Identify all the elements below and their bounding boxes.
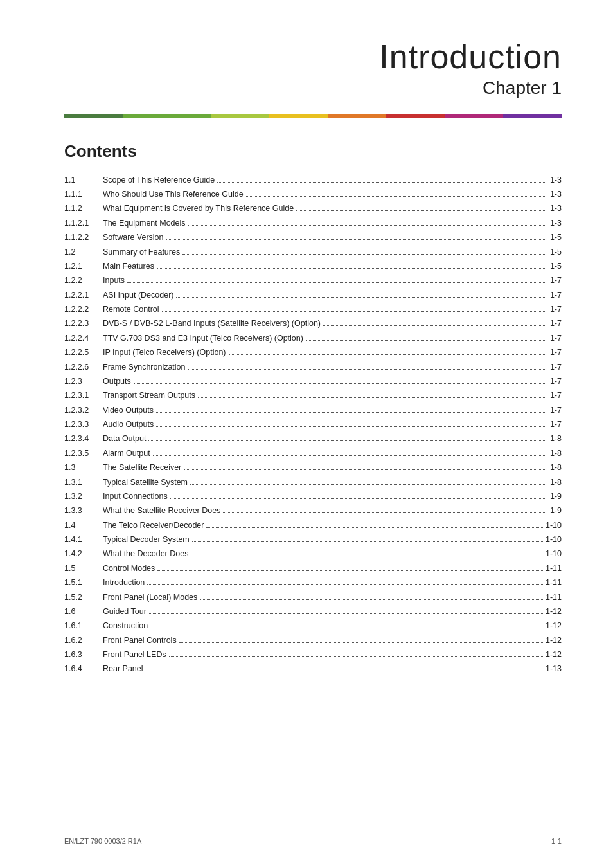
toc-number: 1.1.2.1 [64,216,103,230]
toc-row: 1.3.3What the Satellite Receiver Does1-9 [64,504,562,518]
toc-title-text: ASI Input (Decoder) [103,289,173,302]
toc-entry: Inputs1-7 [103,274,562,288]
toc-page: 1-11 [546,563,562,575]
toc-number: 1.3.3 [64,504,103,518]
toc-dots [147,584,543,585]
toc-entry: Outputs1-7 [103,374,562,388]
toc-page: 1-7 [550,332,562,345]
toc-table: 1.1Scope of This Reference Guide1-31.1.1… [64,173,562,676]
toc-title-text: Main Features [103,260,154,273]
toc-title-text: What Equipment is Covered by This Refere… [103,203,294,215]
toc-page: 1-7 [550,318,562,330]
toc-page: 1-12 [546,635,562,647]
toc-dots [188,369,547,370]
toc-page: 1-7 [550,404,562,417]
toc-row: 1.6.2Front Panel Controls1-12 [64,633,562,647]
color-bar-segment [123,114,211,118]
toc-row: 1.2.2.4TTV G.703 DS3 and E3 Input (Telco… [64,331,562,345]
toc-title-text: Transport Stream Outputs [103,390,195,402]
toc-dots [176,297,547,298]
toc-title-text: Input Connections [103,491,168,503]
toc-page: 1-12 [546,606,562,618]
toc-entry: What Equipment is Covered by This Refere… [103,202,562,216]
toc-title-text: The Satellite Receiver [103,462,181,474]
toc-title-text: Front Panel (Local) Modes [103,592,197,604]
toc-entry: Front Panel Controls1-12 [103,633,562,647]
toc-number: 1.6.4 [64,662,103,676]
toc-row: 1.3The Satellite Receiver1-8 [64,461,562,475]
toc-entry: Construction1-12 [103,619,562,633]
toc-page: 1-13 [546,663,562,675]
toc-number: 1.2.3.1 [64,389,103,403]
toc-entry: Front Panel LEDs1-12 [103,648,562,662]
toc-entry: Main Features1-5 [103,259,562,273]
toc-number: 1.1 [64,173,103,187]
toc-row: 1.6.4Rear Panel1-13 [64,662,562,676]
toc-number: 1.1.1 [64,188,103,202]
toc-title-text: Rear Panel [103,663,143,675]
toc-page: 1-9 [550,491,562,503]
toc-dots [169,656,543,657]
toc-row: 1.2.3.5Alarm Output1-8 [64,446,562,460]
toc-dots [223,512,547,513]
toc-row: 1.2.1Main Features1-5 [64,259,562,273]
toc-number: 1.3 [64,461,103,475]
toc-number: 1.1.2.2 [64,231,103,245]
page-title: Introduction [64,39,562,75]
toc-page: 1-5 [550,260,562,273]
toc-entry: IP Input (Telco Receivers) (Option)1-7 [103,346,562,360]
toc-dots [166,239,547,240]
toc-title-text: Summary of Features [103,246,180,258]
toc-dots [229,354,547,355]
toc-dots [127,282,547,283]
toc-title-text: DVB-S / DVB-S2 L-Band Inputs (Satellite … [103,318,321,330]
toc-row: 1.2.3.3Audio Outputs1-7 [64,418,562,432]
toc-row: 1.2.2.6Frame Synchronization1-7 [64,360,562,374]
toc-title-text: Audio Outputs [103,419,154,431]
toc-dots [200,599,543,600]
color-bar-segment [64,114,123,118]
toc-title-text: The Telco Receiver/Decoder [103,520,204,532]
toc-entry: Guided Tour1-12 [103,604,562,619]
toc-title-text: Scope of This Reference Guide [103,174,215,186]
color-bar-segment [211,114,269,118]
toc-row: 1.2.2.3DVB-S / DVB-S2 L-Band Inputs (Sat… [64,317,562,331]
footer-right: 1-1 [551,837,562,845]
toc-row: 1.4The Telco Receiver/Decoder1-10 [64,518,562,532]
toc-number: 1.6.1 [64,619,103,633]
toc-row: 1.2Summary of Features1-5 [64,245,562,259]
toc-page: 1-8 [550,462,562,474]
toc-page: 1-3 [550,188,562,201]
toc-row: 1.2.2.2Remote Control1-7 [64,303,562,317]
toc-number: 1.4 [64,518,103,532]
toc-dots [148,440,547,441]
toc-row: 1.5Control Modes1-11 [64,561,562,575]
toc-page: 1-8 [550,476,562,489]
toc-title-text: Typical Decoder System [103,534,190,546]
toc-entry: What the Decoder Does1-10 [103,547,562,561]
toc-page: 1-7 [550,303,562,316]
toc-entry: Control Modes1-11 [103,561,562,575]
toc-number: 1.6.3 [64,648,103,662]
toc-row: 1.2.2.1ASI Input (Decoder)1-7 [64,288,562,302]
toc-page: 1-10 [546,520,562,532]
toc-title-text: Construction [103,620,148,632]
toc-entry: The Satellite Receiver1-8 [103,461,562,475]
toc-dots [188,225,547,226]
toc-page: 1-9 [550,505,562,517]
toc-number: 1.2.3.2 [64,403,103,417]
toc-dots [156,412,547,413]
toc-title-text: The Equipment Models [103,217,186,230]
toc-number: 1.6.2 [64,633,103,647]
toc-number: 1.3.1 [64,475,103,489]
toc-number: 1.2.2.4 [64,331,103,345]
toc-title-text: TTV G.703 DS3 and E3 Input (Telco Receiv… [103,332,303,345]
toc-dots [179,642,543,643]
toc-dots [146,671,543,671]
toc-entry: Input Connections1-9 [103,489,562,503]
toc-dots [150,628,543,628]
toc-title-text: Typical Satellite System [103,476,188,489]
toc-number: 1.2.2.1 [64,288,103,302]
toc-title-text: Who Should Use This Reference Guide [103,188,244,201]
toc-row: 1.2.2Inputs1-7 [64,274,562,288]
